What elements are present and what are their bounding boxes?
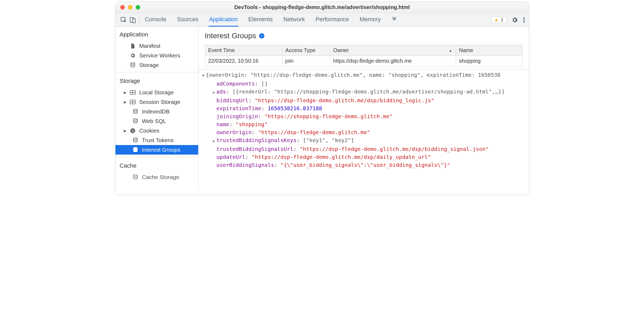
- sidebar-group-application: Application: [115, 27, 198, 41]
- tab-network[interactable]: Network: [283, 13, 305, 27]
- cell-name: shopping: [456, 56, 522, 66]
- sidebar-item-interest-groups[interactable]: Interest Groups: [115, 145, 198, 155]
- sidebar-item-label: Local Storage: [139, 89, 174, 96]
- sidebar-item-label: Manifest: [139, 43, 160, 49]
- warning-count: 1: [501, 17, 503, 23]
- cell-event-time: 22/03/2022, 10:50:16: [205, 56, 282, 66]
- warning-icon: ▲: [494, 17, 499, 23]
- disclosure-triangle-icon[interactable]: ▶: [212, 88, 217, 96]
- sidebar-divider: [115, 157, 198, 157]
- tab-elements[interactable]: Elements: [248, 13, 273, 27]
- svg-point-18: [133, 175, 137, 176]
- main-panel: Interest Groups i Event Time Access Type…: [198, 27, 529, 195]
- sidebar-item-label: Storage: [139, 62, 159, 68]
- gear-icon: [130, 53, 136, 58]
- svg-point-9: [133, 109, 137, 111]
- cell-access-type: join: [282, 56, 330, 66]
- sidebar-item-label: Interest Groups: [142, 147, 181, 153]
- sidebar-item-label: Session Storage: [139, 99, 180, 105]
- database-icon: [132, 118, 138, 124]
- svg-point-3: [523, 17, 525, 18]
- database-icon: [132, 137, 138, 143]
- toolbar: Console Sources Application Elements Net…: [115, 13, 529, 27]
- cell-owner: https://dsp-fledge-demo.glitch.me: [330, 56, 456, 66]
- disclosure-triangle-icon[interactable]: ▼: [201, 72, 206, 80]
- table-icon: [130, 90, 136, 95]
- sidebar-item-trust-tokens[interactable]: Trust Tokens: [115, 135, 198, 145]
- svg-point-11: [130, 128, 135, 133]
- svg-point-6: [131, 63, 135, 64]
- sidebar-item-label: Web SQL: [142, 118, 166, 124]
- panel-title: Interest Groups: [205, 32, 256, 40]
- disclosure-triangle-icon[interactable]: ▶: [123, 100, 127, 104]
- col-owner[interactable]: Owner▲: [330, 45, 456, 56]
- info-icon[interactable]: i: [259, 33, 264, 39]
- events-table: Event Time Access Type Owner▲ Name 22/03…: [205, 45, 522, 66]
- toolbar-separator: [139, 16, 140, 24]
- disclosure-triangle-icon[interactable]: ▶: [212, 137, 217, 145]
- table-row[interactable]: 22/03/2022, 10:50:16 join https://dsp-fl…: [205, 56, 522, 66]
- tab-memory[interactable]: Memory: [359, 13, 381, 27]
- sidebar-item-service-workers[interactable]: Service Workers: [115, 51, 198, 60]
- object-tree[interactable]: ▼{ownerOrigin: "https://dsp-fledge-demo.…: [198, 69, 529, 195]
- sidebar-item-storage[interactable]: Storage: [115, 60, 198, 70]
- sidebar-item-cookies[interactable]: ▶ Cookies: [115, 126, 198, 135]
- sidebar-item-cache-storage[interactable]: Cache Storage: [115, 172, 198, 182]
- database-icon: [132, 174, 138, 180]
- panel-tabs: Console Sources Application Elements Net…: [143, 13, 398, 27]
- tree-summary: {ownerOrigin: "https://dsp-fledge-demo.g…: [206, 71, 501, 79]
- sidebar: Application Manifest Service Workers Sto…: [115, 27, 198, 195]
- sidebar-item-local-storage[interactable]: ▶ Local Storage: [115, 88, 198, 97]
- settings-button[interactable]: [511, 16, 518, 23]
- sidebar-item-label: Cache Storage: [142, 174, 179, 180]
- cookie-icon: [130, 128, 136, 134]
- svg-point-13: [133, 130, 134, 131]
- sidebar-divider: [115, 72, 198, 72]
- devtools-window: DevTools - shopping-fledge-demo.glitch.m…: [115, 2, 529, 195]
- window-controls: [115, 5, 140, 10]
- col-name[interactable]: Name: [456, 45, 522, 56]
- col-event-time[interactable]: Event Time: [205, 45, 282, 56]
- sidebar-group-storage: Storage: [115, 73, 198, 88]
- table-header-row: Event Time Access Type Owner▲ Name: [205, 45, 522, 56]
- tab-console[interactable]: Console: [144, 13, 167, 27]
- sidebar-item-indexeddb[interactable]: IndexedDB: [115, 107, 198, 116]
- close-window-button[interactable]: [120, 5, 125, 10]
- sidebar-item-label: IndexedDB: [142, 108, 170, 115]
- disclosure-triangle-icon[interactable]: ▶: [123, 90, 127, 95]
- sidebar-item-label: Service Workers: [139, 52, 180, 59]
- tab-sources[interactable]: Sources: [176, 13, 199, 27]
- device-toolbar-button[interactable]: [128, 13, 137, 27]
- minimize-window-button[interactable]: [128, 5, 132, 10]
- tab-performance[interactable]: Performance: [315, 13, 350, 27]
- panel-header: Interest Groups i: [198, 27, 529, 45]
- sidebar-item-manifest[interactable]: Manifest: [115, 41, 198, 51]
- sidebar-item-session-storage[interactable]: ▶ Session Storage: [115, 97, 198, 107]
- inspect-element-button[interactable]: [119, 13, 128, 27]
- sidebar-group-cache: Cache: [115, 158, 198, 172]
- svg-rect-2: [133, 19, 135, 23]
- tab-overflow-button[interactable]: [391, 13, 398, 27]
- disclosure-triangle-icon[interactable]: ▶: [123, 129, 127, 133]
- issues-badge[interactable]: ▲ 1: [491, 16, 506, 23]
- sort-asc-icon: ▲: [449, 48, 452, 53]
- svg-point-14: [132, 131, 132, 132]
- svg-point-5: [523, 21, 525, 22]
- svg-point-15: [133, 131, 134, 132]
- col-access-type[interactable]: Access Type: [282, 45, 330, 56]
- file-icon: [130, 43, 136, 49]
- database-icon: [132, 109, 138, 114]
- svg-point-16: [133, 138, 137, 139]
- database-icon: [130, 62, 136, 68]
- tab-application[interactable]: Application: [209, 13, 238, 27]
- svg-point-4: [523, 19, 525, 20]
- zoom-window-button[interactable]: [136, 5, 140, 10]
- more-options-button[interactable]: [523, 16, 525, 23]
- window-title: DevTools - shopping-fledge-demo.glitch.m…: [115, 4, 529, 10]
- titlebar: DevTools - shopping-fledge-demo.glitch.m…: [115, 2, 529, 13]
- database-icon: [132, 147, 138, 153]
- sidebar-item-websql[interactable]: Web SQL: [115, 116, 198, 126]
- svg-point-12: [131, 130, 132, 130]
- svg-point-10: [133, 119, 137, 120]
- sidebar-item-label: Trust Tokens: [142, 137, 174, 143]
